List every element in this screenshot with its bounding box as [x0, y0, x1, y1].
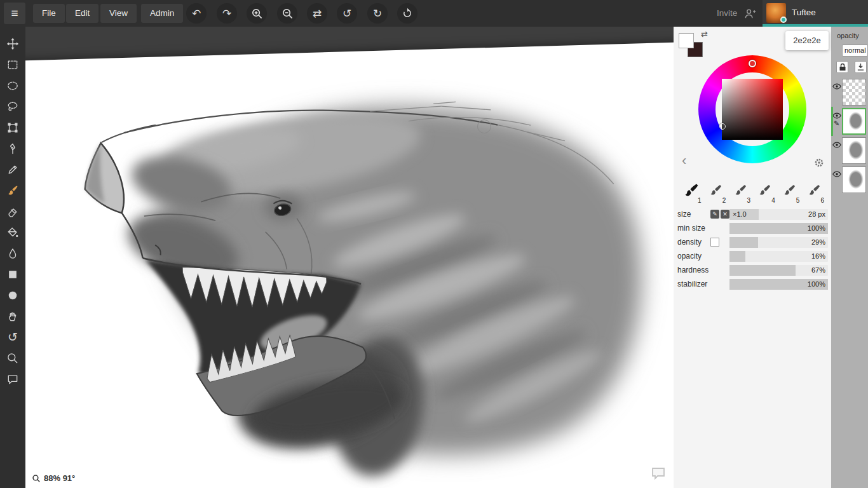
artwork-canvas[interactable]	[25, 39, 674, 488]
slider-fill	[729, 237, 758, 248]
user-chip[interactable]: Tuftee	[763, 0, 868, 27]
setting-label: density	[677, 238, 710, 247]
collapse-panel-chevron[interactable]: ‹	[682, 154, 686, 168]
layer-thumbnail[interactable]	[842, 108, 866, 135]
layer-visibility-eye-icon[interactable]	[832, 139, 841, 151]
slider-fill	[729, 265, 796, 276]
tool-eraser[interactable]	[0, 201, 25, 222]
min-size-slider[interactable]: 100%	[729, 223, 828, 234]
tool-pen[interactable]	[0, 138, 25, 159]
username: Tuftee	[792, 0, 816, 25]
hardness-slider[interactable]: 67%	[729, 265, 828, 276]
rotate-cw-button[interactable]: ↻	[367, 3, 388, 24]
layer-lock-button[interactable]	[836, 61, 848, 73]
primary-color-swatch[interactable]	[679, 33, 694, 48]
tool-shape-circle[interactable]	[0, 285, 25, 306]
reset-view-button[interactable]	[397, 3, 417, 24]
chat-bubble-icon	[651, 466, 666, 480]
hamburger-icon: ≡	[11, 6, 18, 20]
layer-visibility-eye-icon[interactable]	[832, 168, 841, 180]
flip-canvas-button[interactable]: ⇄	[307, 3, 327, 24]
brush-preset-2[interactable]: 2	[703, 178, 728, 205]
brush-icon	[708, 184, 723, 199]
tool-comment[interactable]	[0, 369, 25, 390]
layer-thumbnail[interactable]	[842, 166, 866, 193]
tool-hand[interactable]	[0, 306, 25, 327]
hamburger-menu-button[interactable]: ≡	[4, 3, 25, 24]
tool-shape-square[interactable]	[0, 264, 25, 285]
size-multiplier[interactable]: ×1.0	[729, 209, 759, 220]
rotate-ccw-button[interactable]: ↺	[337, 3, 357, 24]
rotate-cw-icon: ↻	[373, 4, 382, 24]
tool-brush[interactable]	[0, 180, 25, 201]
undo-button[interactable]: ↶	[186, 3, 207, 24]
tool-smudge[interactable]	[0, 243, 25, 264]
layer-thumbnail[interactable]	[842, 79, 866, 105]
app-root: ≡ File Edit View Admin ↶ ↷ ⇄ ↺ ↻ Invite …	[0, 0, 868, 488]
tool-lasso[interactable]	[0, 96, 25, 117]
layer-row-1[interactable]	[831, 78, 868, 107]
rotate-ccw-icon: ↺	[342, 4, 351, 24]
menu-admin[interactable]: Admin	[141, 4, 183, 23]
layer-thumbnail[interactable]	[842, 137, 866, 164]
pressure-size-toggle[interactable]: ✎	[710, 210, 719, 219]
layer-row-2-active[interactable]: ✎	[831, 107, 868, 136]
layer-editing-pencil-icon: ✎	[834, 119, 839, 128]
brush-preset-4[interactable]: 4	[752, 178, 777, 205]
tool-select-ellipse[interactable]	[0, 75, 25, 96]
stabilizer-slider[interactable]: 100%	[729, 279, 828, 290]
redo-button[interactable]: ↷	[217, 3, 237, 24]
brush-settings: size ✎ ✕ ×1.0 28 px min size 100%	[674, 207, 831, 291]
menu-view[interactable]: View	[100, 4, 137, 23]
saturation-value-marker[interactable]	[719, 123, 726, 130]
density-slider[interactable]: 29%	[729, 237, 828, 248]
hue-wheel[interactable]	[698, 55, 806, 163]
tool-transform[interactable]	[0, 117, 25, 138]
layer-clip-button[interactable]	[855, 61, 867, 73]
zoom-out-button[interactable]	[277, 3, 297, 24]
zoom-out-icon	[281, 8, 294, 20]
layer-row-3[interactable]	[831, 136, 868, 165]
swap-colors-icon[interactable]: ⇄	[701, 29, 708, 39]
brush-number: 6	[820, 197, 824, 204]
layer-visibility-eye-icon[interactable]	[832, 81, 841, 92]
tool-zoom[interactable]	[0, 348, 25, 369]
zoom-in-button[interactable]	[247, 3, 267, 24]
canvas-area[interactable]: 88% 91°	[25, 27, 674, 488]
brush-preset-1[interactable]: 1	[679, 178, 703, 205]
color-settings-gear[interactable]	[814, 158, 824, 170]
brush-preset-6[interactable]: 6	[801, 178, 826, 205]
setting-label: min size	[677, 224, 710, 233]
menu-file[interactable]: File	[33, 4, 65, 23]
clear-size-toggle[interactable]: ✕	[721, 210, 729, 219]
tool-rotate-canvas[interactable]: ↺	[0, 327, 25, 348]
brush-number: 4	[771, 197, 775, 204]
brush-preset-3[interactable]: 3	[728, 178, 752, 205]
brush-preset-5[interactable]: 5	[777, 178, 802, 205]
saturation-value-square[interactable]	[722, 79, 783, 140]
setting-row-opacity: opacity 16%	[674, 249, 831, 263]
layer-row-4[interactable]	[831, 165, 868, 194]
zoom-status-icon	[32, 474, 41, 483]
setting-row-density: density 29%	[674, 235, 831, 249]
density-checkbox[interactable]	[710, 238, 719, 247]
tool-select-rectangle[interactable]	[0, 54, 25, 75]
invite-button[interactable]: Invite	[717, 0, 737, 27]
menu-edit[interactable]: Edit	[66, 4, 98, 23]
tool-move[interactable]	[0, 33, 25, 54]
slider-value: 100%	[808, 279, 825, 290]
tool-pencil[interactable]	[0, 159, 25, 180]
hue-marker[interactable]	[749, 60, 756, 67]
opacity-slider[interactable]: 16%	[729, 251, 828, 262]
setting-label: stabilizer	[677, 280, 710, 288]
invite-user-icon[interactable]	[744, 8, 756, 22]
slider-value: 100%	[808, 223, 825, 234]
slider-value: 67%	[811, 265, 825, 276]
drawing-paper[interactable]	[25, 39, 674, 488]
tool-fill-bucket[interactable]	[0, 222, 25, 243]
setting-row-size: size ✎ ✕ ×1.0 28 px	[674, 207, 831, 221]
size-slider[interactable]: ×1.0 28 px	[729, 209, 828, 220]
brush-icon	[757, 184, 772, 199]
chat-button[interactable]	[651, 466, 666, 483]
blend-mode-dropdown[interactable]: normal	[842, 44, 868, 57]
